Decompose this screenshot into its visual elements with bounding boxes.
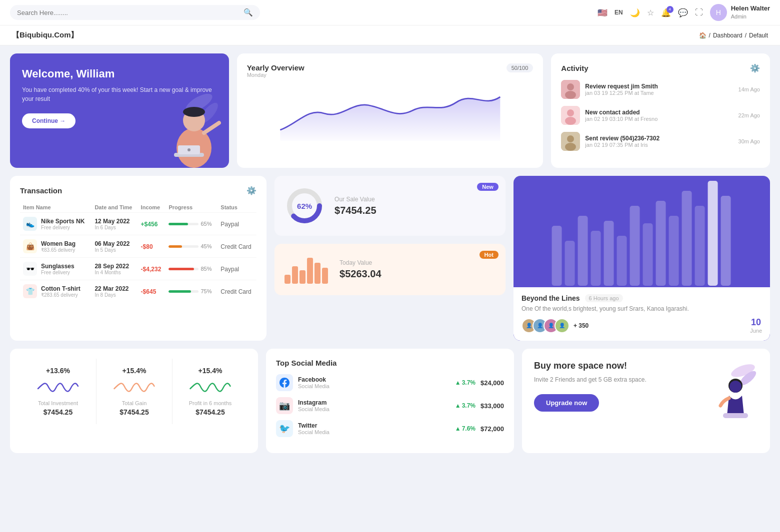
svg-rect-25	[322, 268, 328, 284]
activity-title-3: Sent review (504)236-7302	[585, 135, 733, 142]
table-row: 👟 Nike Sports NK Free delivery 12 May 20…	[20, 213, 256, 235]
donut-label: 62%	[297, 202, 312, 210]
svg-point-17	[565, 143, 576, 151]
item-date: 12 May 2022	[94, 218, 134, 225]
item-date: 22 Mar 2022	[94, 285, 134, 292]
progress-fill	[168, 223, 188, 225]
promo-card: Buy more space now! Invite 2 Friends and…	[522, 349, 770, 453]
fullscreen-icon[interactable]: ⛶	[695, 8, 703, 17]
stat-pct-profit: +15.4%	[178, 367, 243, 375]
date-number: 10	[750, 317, 762, 328]
svg-rect-23	[307, 258, 313, 284]
col-status: Status	[218, 202, 256, 213]
date-badge: 10 June	[750, 317, 762, 334]
search-bar[interactable]: 🔍	[10, 5, 260, 20]
activity-item-3: Sent review (504)236-7302 jan 02 19 07:3…	[561, 132, 760, 151]
twitter-growth: ▲ 7.6%	[455, 425, 476, 432]
transaction-settings-icon[interactable]: ⚙️	[246, 186, 256, 195]
twitter-icon: 🐦	[276, 420, 293, 437]
social-item-twitter: 🐦 Twitter Social Media ▲ 7.6% $72,000	[276, 420, 504, 437]
notification-icon[interactable]: 🔔 4	[661, 8, 671, 17]
progress-label: 45%	[200, 243, 212, 249]
progress-label: 85%	[200, 266, 212, 272]
continue-button[interactable]: Continue →	[22, 113, 76, 128]
stat-pct-investment: +13.6%	[25, 367, 91, 375]
breadcrumb-bar: 【Biqubiqu.Com】 🏠 / Dashboard / Default	[0, 25, 780, 45]
stat-label-profit: Profit in 6 months	[178, 400, 243, 406]
sale-amount: $7454.25	[334, 205, 496, 216]
stat-label-gain: Total Gain	[102, 400, 167, 406]
svg-rect-26	[552, 226, 562, 286]
activity-time-2: 22m Ago	[738, 112, 760, 118]
nav-icons: 🇺🇸 EN 🌙 ☆ 🔔 4 💬 ⛶ H Helen Walter Admin	[598, 4, 770, 21]
item-date: 28 Sep 2022	[94, 263, 134, 270]
stats-card: +13.6% Total Investment $7454.25 +15.4% …	[10, 349, 258, 453]
transaction-title: Transaction	[20, 186, 62, 195]
breadcrumb-current: Default	[749, 32, 768, 39]
svg-point-13	[567, 109, 574, 116]
hot-badge: Hot	[480, 251, 498, 259]
wave-investment	[25, 379, 91, 399]
item-income: -$4,232	[141, 266, 162, 273]
item-date: 06 May 2022	[94, 240, 134, 247]
breadcrumb-dashboard[interactable]: Dashboard	[713, 32, 742, 39]
svg-point-43	[730, 381, 742, 393]
search-input[interactable]	[17, 9, 244, 16]
avatar: H	[710, 4, 727, 21]
item-icon: 👟	[23, 217, 37, 231]
activity-sub-1: jan 03 19 12:25 PM at Tame	[585, 90, 733, 96]
stat-gain: +15.4% Total Gain $7454.25	[96, 359, 172, 424]
yearly-day: Monday	[247, 72, 304, 78]
today-amount: $5263.04	[340, 268, 496, 280]
item-income: +$456	[141, 221, 158, 228]
activity-settings-icon[interactable]: ⚙️	[750, 63, 760, 73]
svg-rect-24	[314, 263, 320, 284]
promo-desc: Invite 2 Friends and get 5 GB extra spac…	[534, 375, 646, 384]
sale-column: New 62% Our Sale Value $7454.25 Hot	[274, 176, 506, 341]
user-role: Admin	[731, 13, 770, 20]
activity-title: Activity	[561, 64, 588, 72]
promo-title: Buy more space now!	[534, 361, 646, 371]
welcome-card: Welcome, William You have completed 40% …	[10, 53, 229, 168]
breadcrumb: 🏠 / Dashboard / Default	[699, 32, 768, 39]
notification-badge: 4	[666, 6, 674, 13]
brand-logo: 【Biqubiqu.Com】	[12, 30, 78, 40]
welcome-greeting: Welcome, William	[22, 67, 217, 80]
activity-item-2: New contact added jan 02 19 03:10 PM at …	[561, 106, 760, 125]
chat-icon[interactable]: 💬	[678, 8, 688, 17]
progress-fill	[168, 268, 194, 270]
item-period: In 6 Days	[94, 225, 134, 230]
facebook-type: Social Media	[298, 383, 450, 389]
star-icon[interactable]: ☆	[647, 8, 654, 17]
svg-rect-35	[668, 216, 678, 286]
yearly-progress: 50/100	[506, 63, 534, 72]
svg-rect-33	[642, 223, 652, 286]
stat-profit: +15.4% Profit in 6 months $7454.25	[172, 359, 248, 424]
upgrade-button[interactable]: Upgrade now	[534, 394, 599, 412]
item-income: -$645	[141, 288, 156, 295]
bar-chart	[514, 176, 770, 286]
facebook-amount: $24,000	[480, 379, 504, 387]
activity-title-2: New contact added	[585, 109, 733, 116]
progress-bar	[168, 245, 198, 248]
activity-image-2	[561, 106, 580, 125]
svg-rect-29	[590, 231, 600, 286]
plus-count: + 350	[574, 322, 588, 329]
user-info: H Helen Walter Admin	[710, 4, 770, 21]
item-sub: Free delivery	[41, 225, 84, 230]
social-item-instagram: 📷 Instagram Social Media ▲ 3.7% $33,000	[276, 397, 504, 414]
row2: Transaction ⚙️ Item Name Date and Time I…	[10, 176, 770, 341]
svg-rect-39	[720, 196, 730, 286]
twitter-name: Twitter	[298, 422, 450, 429]
activity-item-1: Review request jim Smith jan 03 19 12:25…	[561, 80, 760, 99]
beyond-time: 6 Hours ago	[585, 294, 623, 302]
dark-mode-icon[interactable]: 🌙	[630, 8, 640, 17]
language-label[interactable]: EN	[614, 9, 623, 16]
svg-rect-38	[708, 181, 718, 286]
date-month: June	[750, 328, 762, 334]
home-icon[interactable]: 🏠	[699, 32, 706, 39]
col-income: Income	[138, 202, 166, 213]
beyond-desc: One Of the world,s brightest, young surf…	[522, 305, 762, 312]
svg-rect-36	[682, 191, 692, 286]
item-payment: Paypal	[220, 221, 239, 228]
